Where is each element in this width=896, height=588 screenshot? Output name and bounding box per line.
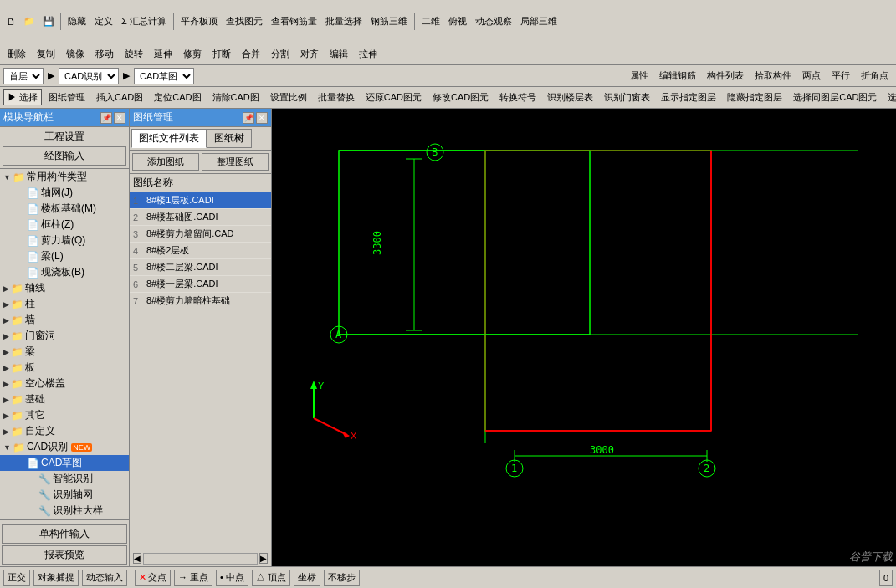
add-drawing-btn[interactable]: 添加图纸 [132, 153, 199, 171]
edit-btn[interactable]: 编辑 [325, 46, 352, 62]
tab-file-list[interactable]: 图纸文件列表 [131, 129, 207, 148]
scroll-left-btn[interactable]: ◀ [133, 553, 141, 564]
2d-btn[interactable]: 二维 [418, 13, 443, 29]
cad-identify-select[interactable]: CAD识别 [59, 68, 119, 84]
drawing-row[interactable]: 18#楼1层板.CADI [130, 192, 271, 209]
rebar-view-btn[interactable]: 查看钢筋量 [268, 13, 320, 29]
split-btn[interactable]: 分割 [267, 46, 294, 62]
define-btn[interactable]: 定义 [91, 13, 116, 29]
restore-cad-btn[interactable]: 还原CAD图元 [361, 89, 426, 105]
find-btn[interactable]: 查找图元 [223, 13, 266, 29]
drawing-input-btn[interactable]: 经图输入 [3, 146, 126, 166]
tree-item[interactable]: 📄 楼板基础(M) [0, 201, 129, 217]
tree-item[interactable]: 🔧 智能识别 [0, 471, 129, 487]
new-btn[interactable]: 🗋 [3, 15, 19, 28]
identify-door-btn[interactable]: 识别门窗表 [600, 89, 654, 105]
corner-btn[interactable]: 折角点 [857, 68, 893, 84]
drawing-row[interactable]: 78#楼剪力墙暗柱基础 [130, 293, 271, 309]
coord-btn[interactable]: 坐标 [294, 570, 320, 586]
hide-layer-btn[interactable]: 隐藏指定图层 [723, 89, 786, 105]
floor-select[interactable]: 首层 [3, 68, 44, 84]
open-btn[interactable]: 📁 [20, 14, 38, 28]
midpoint-btn[interactable]: • 中点 [216, 570, 248, 586]
tree-item[interactable]: ▶ 📁 轴线 [0, 280, 129, 296]
tab-tree[interactable]: 图纸树 [207, 129, 252, 148]
tree-item[interactable]: 📄 CAD草图 [0, 455, 129, 471]
drawing-row[interactable]: 48#楼2层板 [130, 243, 271, 259]
tree-item[interactable]: ▶ 📁 梁 [0, 344, 129, 360]
report-preview-btn[interactable]: 报表预览 [2, 545, 127, 565]
tree-item[interactable]: ▶ 📁 门窗洞 [0, 328, 129, 344]
rotate-btn[interactable]: 旋转 [120, 46, 147, 62]
rebar3d-btn[interactable]: 钢筋三维 [367, 13, 411, 29]
organize-drawing-btn[interactable]: 整理图纸 [202, 153, 269, 171]
snap-btn[interactable]: 对象捕捉 [33, 570, 79, 586]
cad-draft-select[interactable]: CAD草图 [134, 68, 194, 84]
copy-btn[interactable]: 复制 [33, 46, 59, 62]
property-btn[interactable]: 属性 [626, 68, 653, 84]
tree-item[interactable]: 📄 现浇板(B) [0, 264, 129, 280]
tree-item[interactable]: ▶ 📁 其它 [0, 407, 129, 423]
sum-btn[interactable]: Σ 汇总计算 [118, 13, 170, 29]
dynobs-btn[interactable]: 动态观察 [472, 13, 515, 29]
tree-item[interactable]: ▶ 📁 自定义 [0, 423, 129, 439]
close-middle-btn[interactable]: ✕ [256, 112, 268, 124]
insert-cad-btn[interactable]: 插入CAD图 [92, 89, 147, 105]
save-btn[interactable]: 💾 [39, 14, 58, 28]
tree-item[interactable]: ▼ 📁 CAD识别NEW [0, 439, 129, 455]
delete-btn[interactable]: 删除 [3, 46, 30, 62]
tree-item[interactable]: 📄 轴网(J) [0, 185, 129, 201]
tree-item[interactable]: ▶ 📁 空心楼盖 [0, 376, 129, 391]
ortho-btn[interactable]: 正交 [3, 570, 30, 586]
flatten-btn[interactable]: 平齐板顶 [177, 13, 221, 29]
tree-item[interactable]: ▶ 📁 基础 [0, 391, 129, 407]
tree-item[interactable]: ▶ 📁 柱 [0, 296, 129, 312]
tree-item[interactable]: 📄 剪力墙(Q) [0, 233, 129, 248]
align-btn[interactable]: 对齐 [296, 46, 323, 62]
locate-cad-btn[interactable]: 定位CAD图 [150, 89, 205, 105]
nolock-btn[interactable]: 不移步 [324, 570, 360, 586]
select-same-layer-btn[interactable]: 选择同图层CAD图元 [789, 89, 881, 105]
drawing-row[interactable]: 28#楼基础图.CADI [130, 209, 271, 226]
show-layer-btn[interactable]: 显示指定图层 [657, 89, 720, 105]
break-btn[interactable]: 打断 [208, 46, 235, 62]
component-list-btn[interactable]: 构件列表 [703, 68, 748, 84]
batch-replace-btn[interactable]: 批量替换 [314, 89, 359, 105]
modify-cad-btn[interactable]: 修改CAD图元 [428, 89, 493, 105]
merge-btn[interactable]: 合并 [238, 46, 264, 62]
convert-symbol-btn[interactable]: 转换符号 [495, 89, 540, 105]
partial3d-btn[interactable]: 局部三维 [517, 13, 561, 29]
mirror-btn[interactable]: 镜像 [62, 46, 89, 62]
edit-rebar-btn[interactable]: 编辑钢筋 [655, 68, 700, 84]
pin-btn2[interactable]: 📌 [243, 112, 254, 124]
close-left-btn[interactable]: ✕ [114, 112, 125, 124]
drawing-row[interactable]: 68#楼一层梁.CADI [130, 276, 271, 293]
tree-item[interactable]: ▶ 📁 板 [0, 360, 129, 376]
extend-btn[interactable]: 延伸 [150, 46, 177, 62]
tree-item[interactable]: 🔧 识别柱大样 [0, 503, 129, 519]
select-same-color-btn[interactable]: 选择同颜色CAD图元 [883, 89, 896, 105]
hide-btn[interactable]: 隐藏 [64, 13, 90, 29]
drawing-row[interactable]: 58#楼二层梁.CADI [130, 259, 271, 276]
batch-select-btn[interactable]: 批量选择 [322, 13, 366, 29]
two-point-btn[interactable]: 两点 [798, 68, 825, 84]
stretch-btn[interactable]: 拉伸 [355, 46, 381, 62]
trim-btn[interactable]: 修剪 [179, 46, 206, 62]
clear-cad-btn[interactable]: 清除CAD图 [208, 89, 264, 105]
set-scale-btn[interactable]: 设置比例 [266, 89, 311, 105]
pin-btn[interactable]: 📌 [100, 112, 112, 124]
identify-floor-btn[interactable]: 识别楼层表 [543, 89, 597, 105]
scroll-right-btn[interactable]: ▶ [259, 553, 268, 564]
tree-item[interactable]: ▶ 📁 墙 [0, 312, 129, 328]
dynin-btn[interactable]: 动态输入 [82, 570, 127, 586]
parallel-btn[interactable]: 平行 [827, 68, 854, 84]
tree-item[interactable]: ▼ 📁 常用构件类型 [0, 169, 129, 185]
pick-component-btn[interactable]: 拾取构件 [750, 68, 796, 84]
tree-item[interactable]: 🔧 识别轴网 [0, 487, 129, 503]
intersect-btn[interactable]: ✕ 交点 [135, 570, 171, 586]
select-btn[interactable]: ▶ 选择 [3, 89, 42, 105]
drawing-row[interactable]: 38#楼剪力墙留间.CAD [130, 226, 271, 243]
tree-item[interactable]: 📄 梁(L) [0, 248, 129, 264]
topview-btn[interactable]: 俯视 [445, 13, 470, 29]
mid-btn[interactable]: → 重点 [174, 570, 212, 586]
